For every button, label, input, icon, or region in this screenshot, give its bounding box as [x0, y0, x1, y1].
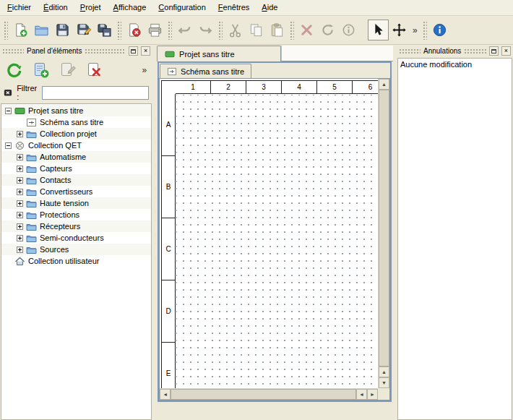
elements-panel-toolbar: » [0, 57, 152, 83]
filter-input[interactable] [42, 86, 149, 100]
open-file-button[interactable] [31, 20, 52, 40]
menu-aide[interactable]: Aide [256, 0, 283, 14]
save-button[interactable] [52, 20, 73, 40]
tree-item-collection-qet[interactable]: Collection QET [1, 140, 151, 151]
tree-item-automatisme[interactable]: Automatisme [1, 151, 151, 163]
dock-grip[interactable] [2, 48, 24, 54]
diagram-sheet: 1 2 3 4 5 6 A B C D [161, 80, 378, 388]
toolbar-grip[interactable] [168, 21, 172, 40]
horizontal-scrollbar-thumb[interactable] [171, 389, 356, 400]
collapse-icon[interactable] [5, 108, 12, 114]
tree-item-collection-projet[interactable]: Collection projet [1, 128, 151, 140]
reload-collections-button[interactable] [3, 59, 26, 81]
dock-grip[interactable] [464, 48, 486, 54]
tree-item-label: Semi-conducteurs [40, 233, 104, 242]
undo-button[interactable] [174, 20, 195, 40]
tree-item-schema[interactable]: Schéma sans titre [1, 116, 151, 128]
diagram-canvas[interactable]: 1 2 3 4 5 6 A B C D [160, 79, 378, 388]
toolbar-grip[interactable] [218, 21, 223, 40]
scroll-left-button[interactable]: ◄ [356, 389, 367, 400]
tree-item-protections[interactable]: Protections [1, 209, 151, 220]
toolbar-grip[interactable] [290, 21, 294, 40]
scroll-left-button[interactable]: ◄ [160, 389, 171, 400]
pan-mode-button[interactable] [389, 20, 410, 40]
expand-icon[interactable] [17, 200, 23, 207]
about-button[interactable] [429, 20, 450, 40]
menu-affichage[interactable]: Affichage [108, 0, 152, 14]
scroll-right-button[interactable]: ► [367, 389, 378, 400]
tree-item-sources[interactable]: Sources [1, 244, 151, 255]
expand-icon[interactable] [17, 166, 23, 172]
expand-icon[interactable] [17, 247, 23, 253]
menu-fichier[interactable]: Fichier [2, 0, 36, 14]
tree-item-capteurs[interactable]: Capteurs [1, 163, 151, 174]
ruler-column: 3 [246, 81, 282, 93]
close-panel-button[interactable]: × [501, 46, 511, 56]
grid-dots [176, 95, 378, 388]
expand-icon[interactable] [17, 154, 23, 160]
expand-icon[interactable] [17, 235, 23, 241]
menu-projet[interactable]: Projet [75, 0, 106, 14]
tree-item-semi-conducteurs[interactable]: Semi-conducteurs [1, 232, 151, 244]
scroll-down-button[interactable]: ▼ [379, 377, 389, 388]
tree-item-contacts[interactable]: Contacts [1, 174, 151, 186]
menu-fenetres[interactable]: Fenêtres [213, 0, 254, 14]
collapse-icon[interactable] [5, 142, 12, 149]
clear-filter-icon [4, 87, 13, 98]
toolbar-grip[interactable] [4, 21, 8, 40]
delete-element-button[interactable] [83, 59, 106, 81]
ruler-column: 5 [317, 81, 353, 93]
toolbar-grip[interactable] [117, 21, 121, 40]
dock-grip[interactable] [85, 48, 126, 54]
selection-mode-button[interactable] [368, 20, 389, 40]
menu-edition[interactable]: Édition [38, 0, 73, 14]
new-file-button[interactable] [10, 20, 31, 40]
row-ruler: A B C D E [162, 94, 176, 388]
expand-icon[interactable] [17, 212, 23, 218]
print-button[interactable] [145, 20, 165, 40]
elements-tree[interactable]: Projet sans titre Schéma sans titre Coll… [1, 103, 152, 420]
toolbar-overflow-button[interactable]: » [410, 25, 421, 35]
tab-projet-sans-titre[interactable]: Projet sans titre [157, 46, 281, 61]
undo-history-list[interactable]: Aucune modification [397, 58, 512, 420]
project-icon [165, 50, 175, 59]
tab-schema-sans-titre[interactable]: Schéma sans titre [160, 64, 251, 78]
copy-button[interactable] [246, 20, 267, 40]
paste-button[interactable] [267, 20, 288, 40]
dock-grip[interactable] [399, 48, 421, 54]
expand-icon[interactable] [17, 189, 23, 195]
delete-button[interactable] [296, 20, 317, 40]
scroll-up-button[interactable]: ▲ [379, 79, 389, 90]
close-file-button[interactable] [124, 20, 145, 40]
edit-element-button[interactable] [56, 59, 79, 81]
filter-label: Filtrer : [17, 84, 38, 101]
save-as-button[interactable] [73, 20, 94, 40]
float-panel-button[interactable] [129, 46, 138, 56]
rotate-button[interactable] [317, 20, 338, 40]
close-panel-button[interactable]: × [141, 46, 150, 56]
panel-toolbar-overflow-button[interactable]: » [139, 65, 150, 75]
element-info-button[interactable] [338, 20, 359, 40]
vertical-scrollbar[interactable]: ▲ ▲ ▼ [378, 79, 389, 388]
tree-item-collection-utilisateur[interactable]: Collection utilisateur [1, 255, 151, 267]
expand-icon[interactable] [17, 223, 23, 230]
vertical-scrollbar-thumb[interactable] [379, 90, 389, 367]
tree-item-label: Protections [40, 210, 79, 219]
menu-bar: Fichier Édition Projet Affichage Configu… [0, 0, 513, 16]
menu-configuration[interactable]: Configuration [153, 0, 210, 14]
tree-item-recepteurs[interactable]: Récepteurs [1, 220, 151, 232]
scroll-up-button[interactable]: ▲ [379, 367, 389, 377]
new-element-button[interactable] [30, 59, 53, 81]
cut-button[interactable] [225, 20, 246, 40]
expand-icon[interactable] [17, 177, 23, 184]
horizontal-scrollbar[interactable]: ◄ ◄ ► [160, 388, 378, 400]
tree-item-project[interactable]: Projet sans titre [1, 105, 151, 116]
tree-item-haute-tension[interactable]: Haute tension [1, 197, 151, 209]
save-all-button[interactable] [94, 20, 115, 40]
toolbar-grip[interactable] [423, 21, 427, 40]
tree-item-convertisseurs[interactable]: Convertisseurs [1, 186, 151, 197]
float-panel-button[interactable] [489, 46, 499, 56]
folder-icon [26, 245, 37, 254]
redo-button[interactable] [195, 20, 216, 40]
expand-icon[interactable] [17, 131, 23, 137]
